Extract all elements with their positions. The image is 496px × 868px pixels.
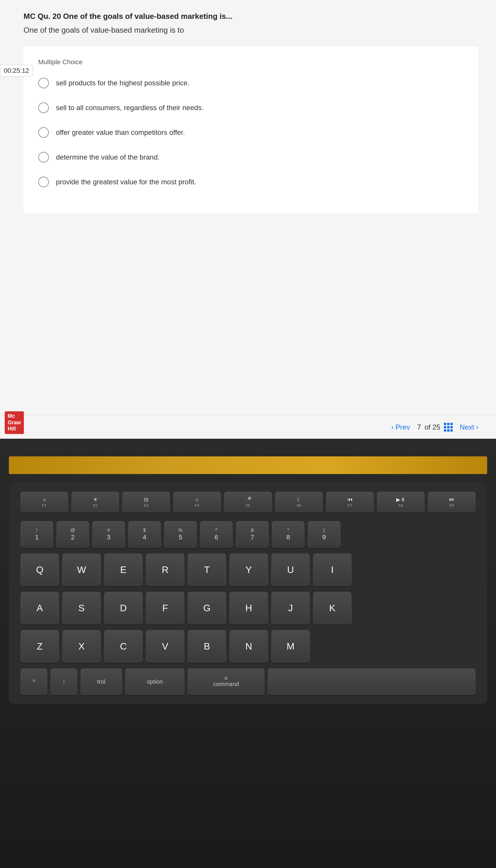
key-4[interactable]: $ 4 [128, 521, 161, 548]
key-7[interactable]: & 7 [236, 521, 268, 548]
quiz-section: 00:25:12 MC Qu. 20 One of the goals of v… [0, 0, 496, 439]
key-f2[interactable]: ☀ F2 [72, 492, 119, 512]
option-text-1: sell products for the highest possible p… [56, 79, 189, 87]
key-q[interactable]: Q [20, 554, 59, 586]
key-c[interactable]: C [104, 630, 142, 663]
key-h[interactable]: H [230, 592, 268, 624]
q-row: Q W E R T Y U I [20, 554, 476, 586]
key-i[interactable]: I [313, 554, 352, 586]
key-m[interactable]: M [272, 630, 310, 663]
radio-option-1[interactable] [38, 78, 49, 88]
key-f5[interactable]: 🎤 F5 [224, 492, 272, 512]
key-1[interactable]: ! 1 [20, 521, 53, 548]
key-f6[interactable]: ☾ F6 [275, 492, 323, 512]
option-row-4[interactable]: determine the value of the brand. [38, 152, 464, 162]
key-option[interactable]: option [125, 668, 184, 695]
key-t[interactable]: T [188, 554, 226, 586]
key-s[interactable]: S [62, 592, 101, 624]
key-d[interactable]: D [104, 592, 142, 624]
up-arrow-icon: ↑ [62, 678, 65, 685]
shift-left-icon: ^ [32, 678, 35, 685]
key-r[interactable]: R [146, 554, 184, 586]
key-shift-left[interactable]: ^ [20, 668, 47, 695]
key-f7[interactable]: ⏮ F7 [326, 492, 374, 512]
option-text-2: sell to all consumers, regardless of the… [56, 104, 204, 112]
question-number: MC Qu. 20 One of the goals of value-base… [24, 12, 478, 21]
a-row: A S D F G H J K [20, 592, 476, 624]
rewind-icon: ⏮ [347, 496, 353, 502]
function-row: ☼ F1 ☀ F2 ⊟ F3 ⌕ F4 🎤 F5 ☾ F6 [20, 492, 476, 512]
key-j[interactable]: J [272, 592, 310, 624]
key-f1[interactable]: ☼ F1 [20, 492, 68, 512]
prev-button[interactable]: ‹ Prev [391, 423, 410, 431]
key-e[interactable]: E [104, 554, 142, 586]
z-row: Z X C V B N M [20, 630, 476, 663]
key-f3[interactable]: ⊟ F3 [122, 492, 170, 512]
option-row-2[interactable]: sell to all consumers, regardless of the… [38, 103, 464, 113]
key-8[interactable]: * 8 [272, 521, 304, 548]
key-n[interactable]: N [230, 630, 268, 663]
search-icon: ⌕ [196, 496, 199, 502]
key-y[interactable]: Y [230, 554, 268, 586]
total-pages: of 25 [424, 423, 440, 431]
key-f[interactable]: F [146, 592, 184, 624]
key-v[interactable]: V [146, 630, 184, 663]
key-k[interactable]: K [313, 592, 352, 624]
mcgrawhill-logo: Mc Graw Hill [5, 411, 24, 434]
fast-forward-icon: ⏭ [449, 496, 454, 502]
key-command[interactable]: ⌘ command [188, 668, 264, 695]
next-arrow-icon: › [476, 423, 478, 431]
answer-card: Multiple Choice sell products for the hi… [24, 47, 478, 213]
do-not-disturb-icon: ☾ [297, 496, 301, 503]
key-6[interactable]: ^ 6 [200, 521, 233, 548]
key-w[interactable]: W [62, 554, 101, 586]
option-text-5: provide the greatest value for the most … [56, 178, 196, 186]
timer-badge: 00:25:12 [0, 65, 33, 77]
key-b[interactable]: B [188, 630, 226, 663]
key-f8[interactable]: ▶⏸ F8 [377, 492, 424, 512]
key-9[interactable]: ( 9 [308, 521, 340, 548]
option-row-5[interactable]: provide the greatest value for the most … [38, 177, 464, 187]
keyboard-container: ☼ F1 ☀ F2 ⊟ F3 ⌕ F4 🎤 F5 ☾ F6 [9, 483, 487, 704]
key-ctrl[interactable]: trol [81, 668, 122, 695]
answer-type-label: Multiple Choice [38, 58, 464, 66]
key-z[interactable]: Z [20, 630, 59, 663]
key-g[interactable]: G [188, 592, 226, 624]
brightness-low-icon: ☼ [42, 496, 47, 502]
key-spacebar[interactable] [268, 668, 476, 695]
number-row: ! 1 @ 2 # 3 $ 4 % 5 ^ 6 [20, 521, 476, 548]
brightness-high-icon: ☀ [93, 496, 98, 503]
key-u[interactable]: U [272, 554, 310, 586]
mission-control-icon: ⊟ [144, 496, 149, 503]
question-text: One of the goals of value-based marketin… [24, 26, 478, 35]
page-info: 7 of 25 [417, 423, 453, 432]
key-5[interactable]: % 5 [164, 521, 197, 548]
key-2[interactable]: @ 2 [57, 521, 89, 548]
key-x[interactable]: X [62, 630, 101, 663]
key-up-arrow[interactable]: ↑ [51, 668, 77, 695]
option-row-3[interactable]: offer greater value than competitors off… [38, 127, 464, 138]
radio-option-3[interactable] [38, 127, 49, 138]
option-row-1[interactable]: sell products for the highest possible p… [38, 78, 464, 88]
key-a[interactable]: A [20, 592, 59, 624]
play-pause-icon: ▶⏸ [396, 496, 406, 503]
option-text-3: offer greater value than competitors off… [56, 128, 185, 137]
radio-option-2[interactable] [38, 103, 49, 113]
modifier-row: ^ ↑ trol option ⌘ command [20, 668, 476, 695]
key-f4[interactable]: ⌕ F4 [173, 492, 221, 512]
keyboard-section: ☼ F1 ☀ F2 ⊟ F3 ⌕ F4 🎤 F5 ☾ F6 [0, 439, 496, 868]
key-3[interactable]: # 3 [92, 521, 125, 548]
grid-view-icon[interactable] [444, 423, 453, 432]
quiz-footer: Mc Graw Hill ‹ Prev 7 of 25 Next › [0, 415, 496, 439]
microphone-icon: 🎤 [245, 496, 251, 503]
current-page: 7 [417, 423, 421, 431]
radio-option-5[interactable] [38, 177, 49, 187]
option-text-4: determine the value of the brand. [56, 153, 159, 161]
prev-arrow-icon: ‹ [391, 423, 394, 431]
radio-option-4[interactable] [38, 152, 49, 162]
keyboard-top-bar [9, 456, 487, 474]
next-button[interactable]: Next › [460, 423, 478, 431]
key-f9[interactable]: ⏭ F9 [428, 492, 476, 512]
